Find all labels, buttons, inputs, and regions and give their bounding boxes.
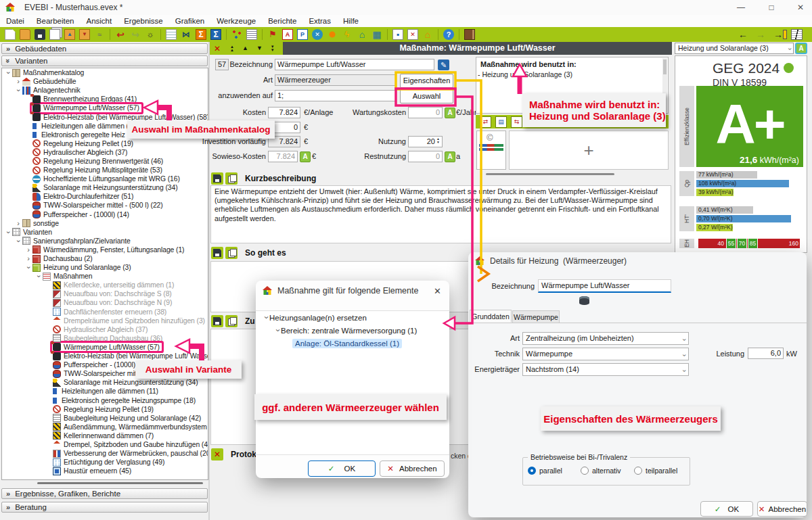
auto-rating-button[interactable]: A xyxy=(795,43,807,54)
radio-parallel[interactable]: parallel xyxy=(528,467,562,475)
tree-item[interactable]: Elektronisch geregelte Heizungspumpe (18… xyxy=(2,396,208,404)
save-icon[interactable] xyxy=(211,172,223,185)
anwenden-input[interactable]: 1; xyxy=(275,90,397,101)
list-icon[interactable] xyxy=(246,29,257,40)
wizard-icon[interactable] xyxy=(145,29,156,40)
auto-badge[interactable]: A xyxy=(300,151,311,162)
copy-icon[interactable] xyxy=(225,172,238,185)
ok-button[interactable]: ✓OK xyxy=(700,501,753,517)
edit-pencil-icon[interactable]: ✎ xyxy=(438,60,449,70)
auswahl-button[interactable]: Auswahl xyxy=(400,89,453,103)
tree-item[interactable]: ›Maßnahmenkatalog xyxy=(2,68,208,77)
menu-item-4[interactable]: Grafiken xyxy=(169,17,210,25)
kosten-input[interactable]: 7.824 xyxy=(268,107,300,118)
tab-grunddaten[interactable]: Grunddaten xyxy=(470,310,512,323)
export-icon[interactable] xyxy=(79,29,90,40)
tree-item[interactable]: Dachflächenfenster erneuern (38) xyxy=(2,308,208,316)
move-up-icon[interactable]: ▲ xyxy=(242,45,248,51)
report-error-icon[interactable] xyxy=(407,29,418,40)
menu-item-6[interactable]: Berichte xyxy=(262,17,302,25)
tree-item[interactable]: Hydraulischer Abgleich (37) xyxy=(2,325,208,334)
collapse-icon[interactable]: › xyxy=(263,314,270,321)
radio-alternativ[interactable]: alternativ xyxy=(581,467,621,475)
tree-item[interactable]: Regelung Heizung Pellet (19) xyxy=(2,139,208,148)
tree-item[interactable]: Baubegleitung Heizung und Solaranlage (4… xyxy=(2,414,208,423)
wartung-input[interactable]: 0 xyxy=(408,107,443,118)
ok-button[interactable]: ✓OK xyxy=(308,460,376,477)
menu-item-2[interactable]: Ansicht xyxy=(80,17,118,25)
nav-back-icon[interactable]: ← xyxy=(738,29,748,40)
tree-item[interactable]: Baubegleitung Dachausbau (36) xyxy=(2,334,208,343)
electric-icon[interactable] xyxy=(342,29,353,40)
add-picture-icon[interactable]: ⇄ xyxy=(480,116,491,128)
sum-blue-icon[interactable] xyxy=(210,29,221,40)
menu-item-0[interactable]: Datei xyxy=(0,17,30,25)
tree-item[interactable]: Regelung Heizung Multisplitgeräte (53) xyxy=(2,166,208,174)
monitor-icon[interactable] xyxy=(371,29,382,40)
tree-item[interactable]: Wärmepumpe Luft/Wasser (57) xyxy=(2,343,208,352)
copy-icon[interactable] xyxy=(49,29,60,40)
close-button[interactable]: ✕ xyxy=(787,0,812,15)
add-picture-placeholder[interactable]: + xyxy=(509,131,669,170)
stamp-icon[interactable] xyxy=(94,29,105,40)
variant-select[interactable]: Heizung und Solaranlage (3) › xyxy=(675,43,794,54)
minimize-button[interactable]: — xyxy=(727,0,754,15)
menu-item-3[interactable]: Ergebnisse xyxy=(118,17,169,25)
radio-teilparallel[interactable]: teilparallel xyxy=(634,467,677,475)
exit-ic[interactable] xyxy=(464,29,475,40)
element-tree-item[interactable]: ›Bereich: zentrale Wärmeversorgung (1) xyxy=(256,324,449,337)
tree-item[interactable]: Hydraulischer Abgleich (37) xyxy=(2,148,208,157)
copy-icon[interactable] xyxy=(225,315,238,327)
collapse-icon[interactable]: › xyxy=(35,273,43,280)
sidebar-section-ergebnisse[interactable]: » Ergebnisse, Grafiken, Berichte xyxy=(1,488,208,499)
move-top-icon[interactable]: ▲▲ xyxy=(230,45,234,52)
tree-item[interactable]: Kellerinnenwand dämmen (7) xyxy=(2,431,208,440)
picture-thumbnail[interactable]: © xyxy=(476,131,506,170)
redo-icon[interactable] xyxy=(130,29,141,40)
save-icon[interactable] xyxy=(35,29,45,40)
nav-last-icon[interactable]: → xyxy=(773,29,787,40)
open-folder-icon[interactable] xyxy=(20,29,30,40)
tree-item[interactable]: Kellerdecke, unterseitig dämmen (1) xyxy=(2,281,208,289)
d2-art-select[interactable]: Zentralheizung (im Unbeheizten)› xyxy=(522,332,689,345)
tree-item[interactable]: Solaranlage mit Heizungsunterstützung (3… xyxy=(2,183,208,192)
expand-icon[interactable]: › xyxy=(25,255,32,262)
nutzung-stepper[interactable]: ▲▼ xyxy=(436,137,440,144)
move-down-icon[interactable]: ▼ xyxy=(256,45,263,51)
tree-item[interactable]: TWW-Solarspeicher mittel - (500 l) (22) xyxy=(2,201,208,210)
tree-item[interactable]: Pufferspeicher - (1000l) (14) xyxy=(2,210,208,219)
paste-picture-icon[interactable]: ▤ xyxy=(495,116,507,128)
expand-icon[interactable]: › xyxy=(15,220,22,227)
catalog-icon[interactable] xyxy=(579,296,589,305)
copy-icon[interactable] xyxy=(225,247,238,259)
report-icon[interactable] xyxy=(392,29,403,40)
element-tree-item[interactable]: ›Heizungsanlage(n) ersetzen xyxy=(256,311,449,324)
auto-badge[interactable]: A xyxy=(445,108,455,118)
tree-item[interactable]: Ertüchtigung der Verglasung (49) xyxy=(2,458,208,467)
collapse-icon[interactable]: › xyxy=(15,237,22,244)
sum-orange-icon[interactable] xyxy=(196,29,206,40)
auto-badge[interactable]: A xyxy=(445,151,455,162)
tree-item[interactable]: Drempel, Spitzboden und Gaube hinzufügen… xyxy=(2,440,208,449)
flow-icon[interactable] xyxy=(231,29,242,40)
tree-item[interactable]: Neuaufbau von: Dachschräge N (9) xyxy=(2,298,208,307)
tree-item[interactable]: ›Maßnahmen xyxy=(2,272,208,281)
sowieso-input[interactable]: 7.824 xyxy=(268,151,298,162)
component-a-icon[interactable] xyxy=(282,29,293,40)
new-file-icon[interactable] xyxy=(5,29,16,40)
sidebar-horizontal-scrollbar[interactable] xyxy=(37,482,203,484)
menu-item-7[interactable]: Extras xyxy=(302,17,337,25)
tree-item[interactable]: Regelung Heizung Brennwertgerät (46) xyxy=(2,157,208,166)
picture-scrollbar[interactable] xyxy=(486,173,614,175)
cancel-button[interactable]: ✕Abbrechen xyxy=(757,501,807,517)
tree-item[interactable]: Haustür erneuern (45) xyxy=(2,467,208,475)
collapse-icon[interactable]: › xyxy=(15,87,22,94)
document-icon[interactable] xyxy=(166,29,177,40)
eigenschaften-button[interactable]: Eigenschaften xyxy=(400,74,453,88)
bezeichnung-input[interactable]: Wärmepumpe Luft/Wasser xyxy=(275,59,434,70)
expand-icon[interactable]: › xyxy=(15,78,22,85)
comment-icon[interactable] xyxy=(267,29,278,40)
tree-item[interactable]: Elektro-Heizstab (bei Wärmepumpe Luft/ W… xyxy=(2,352,208,360)
menu-item-1[interactable]: Bearbeiten xyxy=(30,17,81,25)
delete-measure-icon[interactable]: ✕ xyxy=(214,44,221,53)
